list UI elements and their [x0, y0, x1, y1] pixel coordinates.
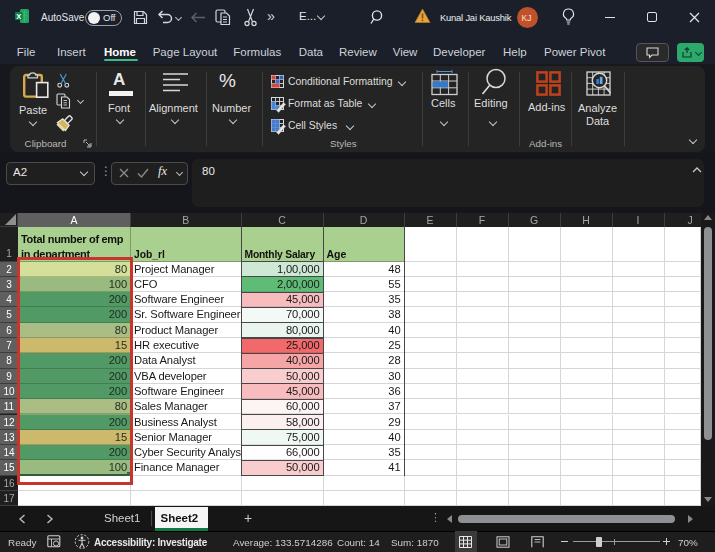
svg-text:X: X: [16, 12, 21, 21]
